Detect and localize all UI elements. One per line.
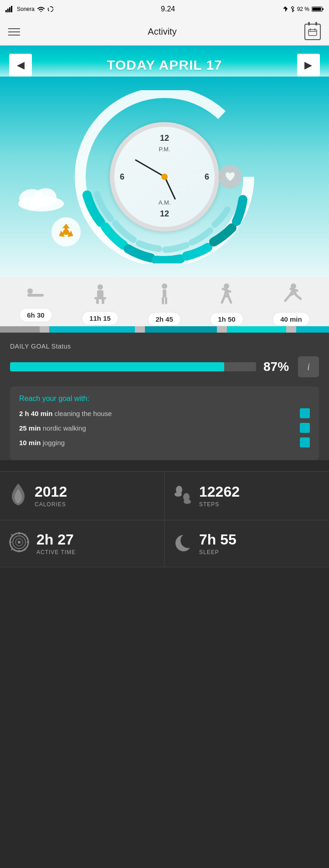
active-time-info: 2h 27 ACTIVE TIME [36,532,76,555]
steps-info: 12262 STEPS [199,484,240,507]
daily-goal-title: DAILY GOAL Status [10,343,319,350]
svg-line-44 [11,549,13,550]
carrier-name: Sonera [17,6,35,12]
prog-sleep [0,326,40,333]
status-right: 92 % [283,6,324,12]
next-day-button[interactable]: ▶ [297,54,320,77]
svg-rect-2 [9,7,10,12]
svg-rect-23 [96,299,99,304]
svg-point-46 [18,541,21,544]
svg-rect-6 [322,8,324,10]
reach-goal-box: Reach your goal with: 2 h 40 min cleanin… [10,386,319,460]
date-title: TODAY APRIL 17 [107,57,222,73]
menu-button[interactable] [8,28,20,36]
steps-number: 12262 [199,484,240,500]
activity-type-standing: 2h 45 [148,283,180,326]
sitting-icon [93,284,108,308]
prog-gap3 [217,326,227,333]
svg-rect-0 [5,10,7,12]
lying-time: 6h 30 [19,308,52,322]
nav-title: Activity [148,26,176,37]
prog-stand [145,326,217,333]
heart-icon [225,172,236,182]
sitting-time: 11h 15 [82,311,118,325]
active-time-label: ACTIVE TIME [36,549,76,555]
svg-point-4 [48,7,53,12]
active-time-icon [8,531,30,556]
svg-rect-7 [312,8,321,11]
prog-walk [227,326,286,333]
clock-section: 12 P.M. 6 6 A.M. 12 [0,77,329,277]
loading-icon [47,6,54,12]
svg-rect-27 [162,297,164,304]
sleep-number: 7h 55 [199,532,236,548]
prog-gap1 [40,326,50,333]
prog-run [296,326,329,333]
prev-day-button[interactable]: ◀ [9,54,32,77]
standing-icon [158,283,171,308]
status-left: Sonera [5,6,54,12]
lying-icon [26,288,46,304]
recycle-svg [50,216,82,248]
battery-icon [312,6,324,12]
goal-bar-track [10,362,256,371]
walking-icon [218,283,235,308]
walking-time: 1h 50 [210,312,243,326]
svg-point-20 [98,284,103,290]
cloud-left [14,186,68,213]
svg-point-29 [224,283,229,289]
activity-type-walking: 1h 50 [210,283,243,326]
svg-rect-22 [94,297,106,299]
stats-grid: 2012 CALORIES 12262 STEPS [0,471,329,567]
stat-sleep: 7h 55 SLEEP [164,520,329,567]
svg-rect-21 [97,290,103,298]
status-bar: Sonera 9.24 92 % [0,0,329,18]
status-time: 9.24 [161,5,175,13]
nav-bar: Activity [0,18,329,46]
running-icon [281,283,302,308]
calories-number: 2012 [35,484,67,500]
goal-info-button[interactable]: i [298,356,319,377]
battery-percent: 92 % [297,6,309,12]
reach-goal-bold-1: 2 h 40 min [19,410,52,417]
activity-type-running: 40 min [272,283,310,326]
reach-goal-bold-3: 10 min [19,439,41,447]
activity-types-bar: 6h 30 11h 15 2h 45 [0,277,329,326]
svg-point-14 [35,188,57,206]
progress-color-bar [0,326,329,333]
running-time: 40 min [272,312,310,326]
goal-percent: 87% [263,360,291,374]
svg-point-18 [27,288,33,294]
svg-rect-24 [102,298,104,304]
signal-icon [5,6,15,12]
hour-hand [164,176,176,200]
reach-goal-item-1: 2 h 40 min cleaning the house [19,408,310,418]
calories-label: CALORIES [35,501,67,508]
reach-goal-dot-3 [300,437,310,447]
reach-goal-item-3: 10 min jogging [19,437,310,447]
date-header: ◀ TODAY APRIL 17 ▶ [0,46,329,77]
heart-button[interactable] [218,165,242,189]
standing-time: 2h 45 [148,312,180,326]
activity-type-sitting: 11h 15 [82,284,118,325]
arc-container: 12 P.M. 6 6 A.M. 12 [64,90,265,263]
svg-rect-19 [27,294,44,297]
wifi-icon [37,6,45,12]
active-time-number: 2h 27 [36,532,76,548]
calendar-icon [308,28,317,36]
goal-bar-row: 87% i [10,356,319,377]
svg-rect-8 [308,30,317,36]
calendar-button[interactable] [304,24,321,40]
clock-hands [114,127,215,227]
sleep-info: 7h 55 SLEEP [199,532,236,555]
reach-goal-text-3: 10 min jogging [19,439,295,447]
reach-goal-dot-2 [300,423,310,433]
stat-steps: 12262 STEPS [164,472,329,520]
svg-point-32 [175,492,182,497]
daily-goal-section: DAILY GOAL Status 87% i Reach your goal … [0,333,329,460]
minute-hand [134,159,164,177]
svg-point-34 [184,499,191,504]
svg-rect-3 [11,6,12,12]
prog-gap2 [135,326,145,333]
calories-info: 2012 CALORIES [35,484,67,507]
